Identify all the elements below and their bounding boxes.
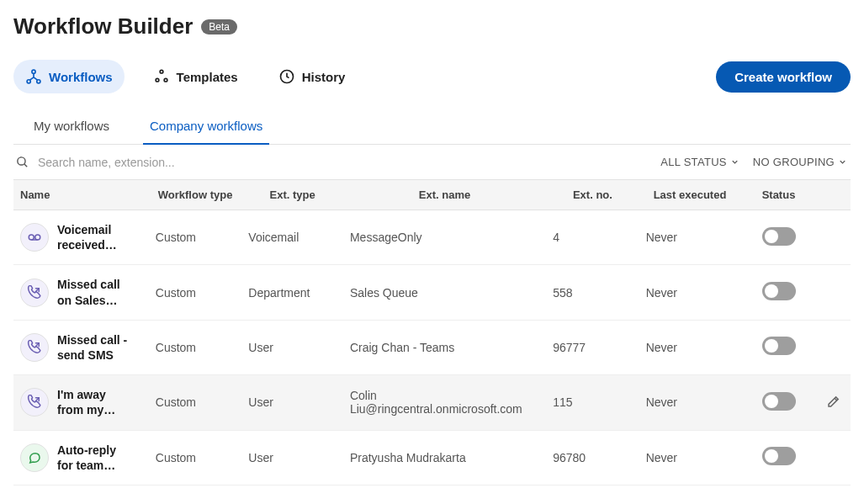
ext-type: User: [241, 430, 343, 485]
col-last-executed[interactable]: Last executed: [639, 180, 741, 210]
workflow-type: Custom: [149, 430, 242, 485]
history-icon: [278, 68, 295, 85]
workflow-icon: [25, 68, 42, 85]
tab-templates[interactable]: Templates: [141, 60, 250, 93]
filter-grouping-label: NO GROUPING: [753, 156, 835, 168]
tab-templates-label: Templates: [177, 70, 238, 84]
workflow-name[interactable]: I'm away from my…: [57, 387, 133, 417]
tab-workflows[interactable]: Workflows: [13, 60, 125, 93]
col-ext-type[interactable]: Ext. type: [241, 180, 343, 210]
status-toggle[interactable]: [762, 282, 796, 300]
ext-no: 96780: [546, 430, 639, 485]
ext-type: Department: [241, 265, 343, 320]
ext-name: Colin Liu@ringcentral.onmicrosoft.com: [343, 375, 546, 430]
tab-history-label: History: [302, 70, 346, 84]
table-row[interactable]: Auto-reply for team…CustomUserPratyusha …: [13, 430, 851, 485]
last-executed: Never: [639, 375, 741, 430]
svg-point-0: [32, 70, 35, 73]
chevron-down-icon: [730, 157, 739, 167]
templates-icon: [153, 68, 170, 85]
sub-tab-my-workflows[interactable]: My workflows: [27, 109, 116, 145]
svg-point-3: [160, 70, 163, 73]
sub-tab-company-workflows[interactable]: Company workflows: [143, 109, 269, 145]
table-row[interactable]: Missed call - send SMSCustomUserCraig Ch…: [13, 320, 851, 374]
last-executed: Never: [639, 210, 741, 265]
col-workflow-type[interactable]: Workflow type: [149, 180, 242, 210]
col-ext-no[interactable]: Ext. no.: [546, 180, 639, 210]
status-toggle[interactable]: [762, 392, 796, 411]
ext-name: Pratyusha Mudrakarta: [343, 430, 546, 485]
nav-tabs: Workflows Templates History: [13, 60, 357, 93]
svg-point-7: [18, 157, 25, 165]
status-toggle[interactable]: [762, 337, 796, 355]
last-executed: Never: [639, 430, 741, 485]
workflow-type: Custom: [149, 375, 242, 430]
svg-point-5: [164, 78, 167, 82]
last-executed: Never: [639, 265, 741, 320]
workflow-type: Custom: [149, 210, 242, 265]
missed-call-icon: [20, 279, 49, 307]
workflow-type: Custom: [149, 320, 242, 374]
ext-no: 558: [546, 265, 639, 320]
table-row[interactable]: I'm away from my…CustomUserColin Liu@rin…: [13, 375, 851, 430]
page-title: Workflow Builder: [13, 13, 193, 40]
tab-history[interactable]: History: [267, 60, 358, 93]
ext-type: Voicemail: [241, 210, 343, 265]
missed-call-icon: [20, 333, 49, 362]
chevron-down-icon: [838, 157, 847, 167]
status-toggle[interactable]: [762, 447, 796, 465]
search-input[interactable]: [38, 156, 647, 169]
chat-icon: [20, 443, 49, 472]
filter-grouping[interactable]: NO GROUPING: [753, 156, 847, 168]
beta-badge: Beta: [201, 19, 237, 34]
ext-no: 115: [546, 375, 639, 430]
pencil-icon[interactable]: [826, 398, 841, 411]
workflows-table: Name Workflow type Ext. type Ext. name E…: [13, 179, 851, 485]
ext-type: User: [241, 320, 343, 374]
ext-type: User: [241, 375, 343, 430]
svg-point-4: [156, 78, 159, 82]
ext-name: Craig Chan - Teams: [343, 320, 546, 374]
status-toggle[interactable]: [762, 227, 796, 246]
workflow-name[interactable]: Missed call on Sales…: [57, 277, 133, 307]
table-row[interactable]: Voicemail received…CustomVoicemailMessag…: [13, 210, 851, 265]
voicemail-icon: [20, 223, 49, 252]
ext-no: 4: [546, 210, 639, 265]
create-workflow-button[interactable]: Create workflow: [716, 61, 851, 93]
table-row[interactable]: Missed call on Sales…CustomDepartmentSal…: [13, 265, 851, 320]
ext-name: MessageOnly: [343, 210, 546, 265]
workflow-name[interactable]: Voicemail received…: [57, 222, 133, 252]
last-executed: Never: [639, 320, 741, 374]
col-action: [817, 180, 851, 210]
search-wrap: [13, 155, 647, 169]
search-icon: [15, 155, 29, 169]
workflow-name[interactable]: Missed call - send SMS: [57, 332, 133, 363]
filter-status-label: ALL STATUS: [660, 156, 727, 168]
missed-call-icon: [20, 388, 49, 416]
col-ext-name[interactable]: Ext. name: [343, 180, 546, 210]
sub-tabs: My workflows Company workflows: [13, 109, 851, 145]
ext-name: Sales Queue: [343, 265, 546, 320]
workflow-name[interactable]: Auto-reply for team…: [57, 443, 133, 473]
col-status[interactable]: Status: [740, 180, 816, 210]
tab-workflows-label: Workflows: [49, 70, 113, 84]
ext-no: 96777: [546, 320, 639, 374]
filter-status[interactable]: ALL STATUS: [660, 156, 739, 168]
workflow-type: Custom: [149, 265, 242, 320]
col-name[interactable]: Name: [13, 180, 149, 210]
